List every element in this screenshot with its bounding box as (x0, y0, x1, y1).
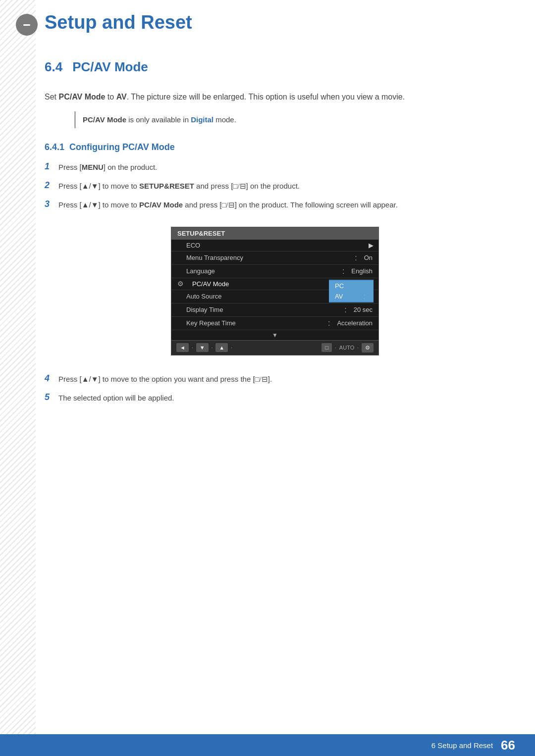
toolbar-dot1: · (192, 345, 193, 351)
page-header: Setup and Reset (45, 12, 515, 33)
row-value-transparency: On (364, 254, 373, 261)
pcav-option-pc: PC (329, 281, 374, 291)
step-5-number: 5 (45, 392, 58, 403)
note-mid: is only available in (128, 115, 191, 124)
intro-tail: . The picture size will be enlarged. Thi… (127, 93, 405, 101)
step-4-number: 4 (45, 373, 58, 384)
row-label-language: Language (186, 267, 342, 275)
toolbar-dot2: · (212, 345, 213, 351)
row-label-autosource: Auto Source (186, 293, 364, 300)
intro-paragraph: Set PC/AV Mode to AV. The picture size w… (45, 91, 505, 103)
screen-toolbar: ◄ · ▼ · ▲ · □ · AUTO · ⚙ (171, 340, 378, 355)
step-3-text: Press [▲/▼] to move to PC/AV Mode and pr… (58, 199, 398, 211)
main-content: 6.4 PC/AV Mode Set PC/AV Mode to AV. The… (45, 59, 505, 411)
row-label-transparency: Menu Transparency (186, 254, 355, 261)
toolbar-dot5: · (357, 345, 359, 351)
screen-row-displaytime: Display Time : 20 sec (171, 303, 378, 317)
step-1-text: Press [MENU] on the product. (58, 161, 157, 173)
page-footer: 6 Setup and Reset 66 (0, 734, 535, 756)
steps-list-2: 4 Press [▲/▼] to move to the option you … (45, 373, 505, 404)
separator-language: : (342, 267, 344, 276)
intro-text-before: Set (45, 93, 58, 101)
note-bold: Digital (191, 115, 214, 124)
screen-row-autosource: Auto Source : (171, 290, 378, 303)
footer-page-number: 66 (501, 738, 515, 753)
note-end: mode. (215, 115, 236, 124)
section-number: 6.4 (45, 59, 62, 75)
screen-row-language: Language : English (171, 265, 378, 278)
intro-to: to (105, 93, 116, 101)
screen-row-menu-transparency: Menu Transparency : On (171, 252, 378, 265)
screen-row-eco: ECO ▶ (171, 240, 378, 252)
toolbar-btn-down: ▼ (196, 343, 209, 352)
chapter-icon (16, 14, 38, 36)
note-prefix: PC/AV Mode (83, 115, 126, 124)
step-4: 4 Press [▲/▼] to move to the option you … (45, 373, 505, 385)
row-label-keyrepeat: Key Repeat Time (186, 319, 328, 327)
screen-row-keyrepeat: Key Repeat Time : Acceleration (171, 317, 378, 330)
step-2-number: 2 (45, 180, 58, 191)
toolbar-dot3: · (231, 345, 232, 351)
step-5-text: The selected option will be applied. (58, 392, 174, 404)
row-label-displaytime: Display Time (186, 306, 344, 313)
footer-chapter-text: 6 Setup and Reset (431, 741, 493, 750)
screen-header: SETUP&RESET (171, 227, 378, 240)
step-3: 3 Press [▲/▼] to move to PC/AV Mode and … (45, 199, 505, 211)
note-box: PC/AV Mode is only available in Digital … (74, 111, 505, 128)
toolbar-btn-left: ◄ (176, 343, 189, 352)
separator-keyrepeat: : (328, 319, 330, 328)
step-2: 2 Press [▲/▼] to move to SETUP&RESET and… (45, 180, 505, 192)
step-5: 5 The selected option will be applied. (45, 392, 505, 404)
step-1: 1 Press [MENU] on the product. (45, 161, 505, 173)
screen-row-pcav: ⚙ PC/AV Mode PC AV (171, 278, 378, 290)
separator-transparency: : (355, 253, 357, 262)
row-label-eco: ECO (186, 242, 373, 249)
intro-bold1: PC/AV Mode (58, 93, 105, 101)
step-1-number: 1 (45, 161, 58, 172)
row-value-keyrepeat: Acceleration (337, 319, 373, 327)
page-title: Setup and Reset (45, 12, 515, 33)
row-label-pcav: PC/AV Mode (192, 280, 324, 288)
subsection-heading: 6.4.1 Configuring PC/AV Mode (45, 142, 505, 152)
gear-icon: ⚙ (177, 280, 184, 288)
separator-displaytime: : (344, 305, 346, 314)
step-2-text: Press [▲/▼] to move to SETUP&RESET and p… (58, 180, 300, 192)
toolbar-btn-square: □ (321, 343, 332, 352)
toolbar-btn-up: ▲ (215, 343, 228, 352)
intro-bold2: AV (116, 93, 127, 101)
section-title: PC/AV Mode (72, 59, 148, 75)
separator-autosource: : (364, 292, 366, 301)
section-heading: 6.4 PC/AV Mode (45, 59, 505, 82)
steps-list: 1 Press [MENU] on the product. 2 Press [… (45, 161, 505, 211)
toolbar-dot4: · (335, 345, 336, 351)
step-4-text: Press [▲/▼] to move to the option you wa… (58, 373, 272, 385)
screen-image: SETUP&RESET ECO ▶ Menu Transparency : On… (171, 227, 379, 355)
step-3-number: 3 (45, 199, 58, 209)
toolbar-btn-gear: ⚙ (362, 343, 374, 353)
screen-image-wrapper: SETUP&RESET ECO ▶ Menu Transparency : On… (45, 218, 505, 364)
toolbar-auto-label: AUTO (339, 345, 354, 351)
scroll-down-indicator: ▼ (171, 330, 378, 340)
decorative-stripe (0, 0, 36, 756)
subsection-title: 6.4.1 Configuring PC/AV Mode (45, 142, 175, 152)
arrow-right-eco: ▶ (369, 242, 374, 249)
row-value-displaytime: 20 sec (354, 306, 373, 313)
row-value-language: English (351, 267, 373, 275)
note-text: PC/AV Mode is only available in Digital … (83, 115, 236, 124)
